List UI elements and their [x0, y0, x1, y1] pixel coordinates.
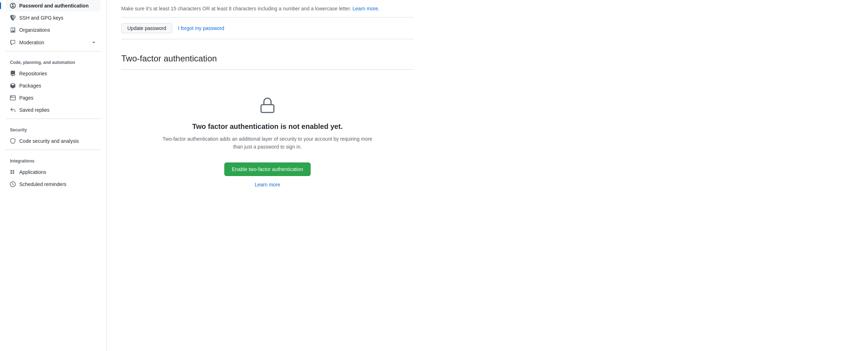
enable-2fa-button[interactable]: Enable two-factor authentication — [224, 162, 311, 176]
sidebar-item-ssh-gpg[interactable]: SSH and GPG keys — [6, 12, 101, 24]
forgot-password-link[interactable]: I forgot my password — [178, 25, 224, 31]
sidebar-item-label: Applications — [19, 169, 46, 175]
two-factor-description: Two-factor authentication adds an additi… — [160, 135, 374, 151]
notice-text: Make sure it's at least 15 characters OR… — [121, 6, 351, 11]
sidebar-section-integrations: Integrations — [6, 153, 101, 166]
two-factor-not-enabled-title: Two factor authentication is not enabled… — [192, 122, 343, 131]
apps-icon — [10, 169, 16, 175]
sidebar-item-label: Password and authentication — [19, 3, 88, 9]
building-icon — [10, 27, 16, 33]
sidebar-item-scheduled-reminders[interactable]: Scheduled reminders — [6, 179, 101, 190]
two-factor-body: Two factor authentication is not enabled… — [121, 75, 414, 209]
sidebar-section-security: Security — [6, 122, 101, 135]
main-content: Make sure it's at least 15 characters OR… — [107, 0, 428, 351]
sidebar-section-code: Code, planning, and automation — [6, 54, 101, 68]
sidebar-item-repositories[interactable]: Repositories — [6, 68, 101, 79]
lock-icon — [259, 97, 276, 114]
sidebar-item-applications[interactable]: Applications — [6, 166, 101, 178]
two-factor-learn-more-link[interactable]: Learn more — [255, 182, 280, 187]
password-notice: Make sure it's at least 15 characters OR… — [121, 0, 414, 17]
reply-icon — [10, 107, 16, 113]
sidebar-item-label: Code security and analysis — [19, 138, 79, 144]
sidebar-item-label: Saved replies — [19, 107, 50, 113]
svg-rect-0 — [261, 105, 274, 112]
sidebar-item-organizations[interactable]: Organizations — [6, 24, 101, 36]
sidebar-item-code-security[interactable]: Code security and analysis — [6, 135, 101, 147]
update-password-button[interactable]: Update password — [121, 23, 172, 33]
shield-lock-icon — [10, 138, 16, 144]
sidebar-divider-security — [6, 119, 101, 119]
sidebar-item-label: Organizations — [19, 27, 50, 33]
repo-icon — [10, 71, 16, 76]
sidebar-divider — [6, 51, 101, 51]
sidebar-item-label: Moderation — [19, 40, 44, 45]
sidebar-item-password-auth[interactable]: Password and authentication — [6, 0, 101, 11]
sidebar-item-packages[interactable]: Packages — [6, 80, 101, 91]
two-factor-section: Two-factor authentication Two factor aut… — [121, 39, 414, 223]
key-icon — [10, 15, 16, 21]
sidebar-divider-integrations — [6, 150, 101, 150]
browser-icon — [10, 95, 16, 101]
clock-icon — [10, 181, 16, 187]
sidebar-item-label: Packages — [19, 83, 41, 89]
sidebar-item-label: Scheduled reminders — [19, 181, 66, 187]
password-actions: Update password I forgot my password — [121, 17, 414, 39]
comment-icon — [10, 40, 16, 45]
sidebar-item-label: Pages — [19, 95, 34, 101]
sidebar-item-pages[interactable]: Pages — [6, 92, 101, 104]
shield-icon — [10, 3, 16, 9]
sidebar-item-moderation[interactable]: Moderation — [6, 36, 101, 48]
sidebar-item-label: SSH and GPG keys — [19, 15, 63, 21]
package-icon — [10, 83, 16, 89]
sidebar-item-saved-replies[interactable]: Saved replies — [6, 104, 101, 116]
sidebar-item-label: Repositories — [19, 71, 47, 76]
two-factor-heading: Two-factor authentication — [121, 54, 414, 70]
learn-more-password-link[interactable]: Learn more. — [353, 6, 379, 11]
sidebar: Password and authentication SSH and GPG … — [0, 0, 107, 351]
chevron-down-icon — [91, 39, 97, 45]
